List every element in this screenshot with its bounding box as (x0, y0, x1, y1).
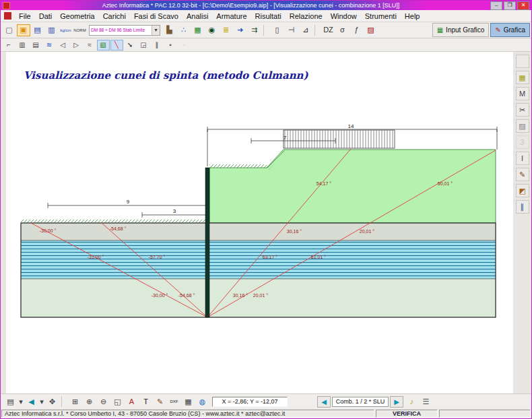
separator (314, 25, 319, 36)
title-bar[interactable]: Aztec Informatica * PAC 12.0 32-bit - [C… (1, 1, 531, 10)
wall-view-icon[interactable]: ▥ (16, 40, 29, 51)
drawing-title: Visualizzazione cunei di spinta (metodo … (24, 69, 308, 82)
dxf-export-icon[interactable]: DXF (168, 395, 181, 408)
minimize-button[interactable]: – (490, 1, 502, 10)
menu-strumenti[interactable]: Strumenti (361, 11, 401, 21)
next-combination-button[interactable]: ▶ (390, 396, 403, 408)
norms-combo[interactable]: DM 88 + DM 96 Stab Limite ▾ (89, 25, 160, 36)
back-menu-icon[interactable]: ▾ (39, 395, 45, 408)
menu-analisi[interactable]: Analisi (182, 11, 212, 21)
menu-help[interactable]: Help (401, 11, 424, 21)
zoom-in-icon[interactable]: ⊕ (83, 395, 96, 408)
new-file-icon[interactable]: ▢ (3, 24, 16, 36)
draw-pencil-icon[interactable]: ✎ (154, 395, 167, 408)
three-d-icon: 3 (516, 135, 529, 149)
zoom-out-icon[interactable]: ⊖ (97, 395, 110, 408)
menu-fasi-di-scavo[interactable]: Fasi di Scavo (130, 11, 182, 21)
main-toolbar: ▢▣▤▥kg/cmNORM DM 88 + DM 96 Stab Limite … (1, 22, 531, 38)
pause-icon[interactable]: ∥ (151, 40, 164, 51)
pan-hand-icon[interactable]: ✥ (46, 395, 59, 408)
menu-geometria[interactable]: Geometria (56, 11, 98, 21)
norms-icon[interactable]: NORM (73, 24, 87, 36)
menu-carichi[interactable]: Carichi (99, 11, 130, 21)
struts-icon[interactable]: ⊿ (299, 24, 312, 36)
diagram-icon[interactable]: ▧ (97, 40, 110, 51)
units-icon[interactable]: kg/cm (59, 24, 73, 36)
wall-hatch-icon[interactable]: ▤ (30, 40, 42, 51)
anchors-icon[interactable]: ⊣ (285, 24, 298, 36)
point-icon[interactable]: ▪ (164, 40, 177, 51)
mode-badge: VERIFICA (376, 410, 438, 418)
workspace: Visualizzazione cunei di spinta (metodo … (1, 52, 531, 393)
profile-icon[interactable]: ∴ (177, 24, 191, 36)
section-drawing (6, 52, 513, 393)
sigma-table-icon[interactable]: σ (336, 24, 350, 36)
hatch-icon[interactable]: ▨ (516, 119, 529, 133)
print-icon[interactable]: ▤ (4, 395, 18, 408)
bell-icon[interactable]: ♪ (405, 395, 419, 408)
pressure-left-icon[interactable]: ◁ (57, 40, 69, 51)
displacement-icon[interactable]: ≈ (84, 40, 96, 51)
cut-icon[interactable]: ✂ (516, 103, 529, 117)
save-icon[interactable]: ▤ (31, 24, 44, 36)
prev-combination-button[interactable]: ◀ (317, 396, 331, 408)
snapshot-icon[interactable]: ▦ (182, 395, 195, 408)
font-icon[interactable]: A (125, 395, 139, 408)
zoom-window-icon[interactable]: ⊞ (69, 395, 82, 408)
blank-button[interactable] (516, 55, 529, 68)
grafica-button[interactable]: ✎ Grafica (490, 23, 530, 37)
input-grafico-button[interactable]: ▦ Input Grafico (432, 23, 490, 37)
maximize-button[interactable]: ❐ (504, 1, 516, 10)
separator (263, 25, 268, 36)
arrow-right-icon[interactable]: ➜ (234, 24, 247, 36)
drawing-canvas[interactable]: Visualizzazione cunei di spinta (metodo … (6, 52, 513, 393)
child-window-icon[interactable] (4, 12, 11, 20)
arrow-se-icon[interactable]: ➘ (124, 40, 137, 51)
menu-window[interactable]: Window (327, 11, 361, 21)
dz-table-icon[interactable]: DZ (322, 24, 335, 36)
globe-icon[interactable]: ◉ (205, 24, 219, 36)
zoom-all-icon[interactable]: ◱ (111, 395, 125, 408)
menu-risultati[interactable]: Risultati (251, 11, 286, 21)
fs-table-icon[interactable]: ƒ (350, 24, 364, 36)
preview-icon[interactable]: ◲ (137, 40, 150, 51)
print-menu-icon[interactable]: ▾ (18, 395, 24, 408)
text-cursor-icon[interactable]: I (516, 152, 529, 165)
status-filler (439, 410, 531, 418)
company-info: Aztec Informatica s.r.l. * Corso Umberto… (1, 410, 374, 418)
bars-icon[interactable]: ∥ (516, 200, 529, 214)
stratigraphy-icon[interactable]: ≣ (220, 24, 233, 36)
menu-armature[interactable]: Armature (212, 11, 251, 21)
soil-table-icon[interactable]: ▦ (191, 24, 205, 36)
coordinates-display: X = -2,86; Y = -12,07 (212, 397, 288, 407)
section-icon[interactable]: ⌐ (3, 40, 15, 51)
springs-icon[interactable]: ≋ (43, 40, 56, 51)
culmann-wedges-icon[interactable]: ╲ (110, 40, 123, 51)
chevron-down-icon: ▾ (152, 26, 160, 35)
combination-display[interactable]: Comb. 1 / 2 * SLU (332, 397, 389, 407)
results-table-icon[interactable]: ▨ (364, 24, 378, 36)
text-icon[interactable]: T (139, 395, 153, 408)
export-icon[interactable]: ▥ (45, 24, 59, 36)
open-file-icon[interactable]: ▣ (17, 24, 30, 36)
web-globe-icon[interactable]: ◍ (196, 395, 209, 408)
menu-bar: FileDatiGeometriaCarichiFasi di ScavoAna… (1, 10, 531, 22)
close-button[interactable]: ✕ (517, 1, 529, 10)
app-window: Aztec Informatica * PAC 12.0 32-bit - [C… (0, 0, 532, 419)
back-icon[interactable]: ◀ (25, 395, 38, 408)
geometry-icon[interactable]: ▙ (163, 24, 176, 36)
pencil-icon: ✎ (495, 26, 500, 34)
materials-icon[interactable]: M (516, 87, 529, 100)
bottom-toolbar: ▤▾◀▾✥⊞⊕⊖◱AT✎DXF▦◍ X = -2,86; Y = -12,07 … (1, 393, 531, 409)
pencil-icon[interactable]: ✎ (516, 168, 529, 181)
menu-file[interactable]: File (15, 11, 35, 21)
wall-icon[interactable]: ▯ (271, 24, 284, 36)
pressure-right-icon[interactable]: ▷ (70, 40, 83, 51)
list-icon[interactable]: ☰ (420, 395, 433, 408)
palette-icon[interactable]: ◩ (516, 184, 529, 197)
menu-relazione[interactable]: Relazione (286, 11, 327, 21)
menu-dati[interactable]: Dati (35, 11, 57, 21)
mesh-icon[interactable]: ▦ (516, 71, 529, 84)
loads-icon[interactable]: ⇉ (248, 24, 261, 36)
window-title: Aztec Informatica * PAC 12.0 32-bit - [C… (13, 2, 489, 9)
